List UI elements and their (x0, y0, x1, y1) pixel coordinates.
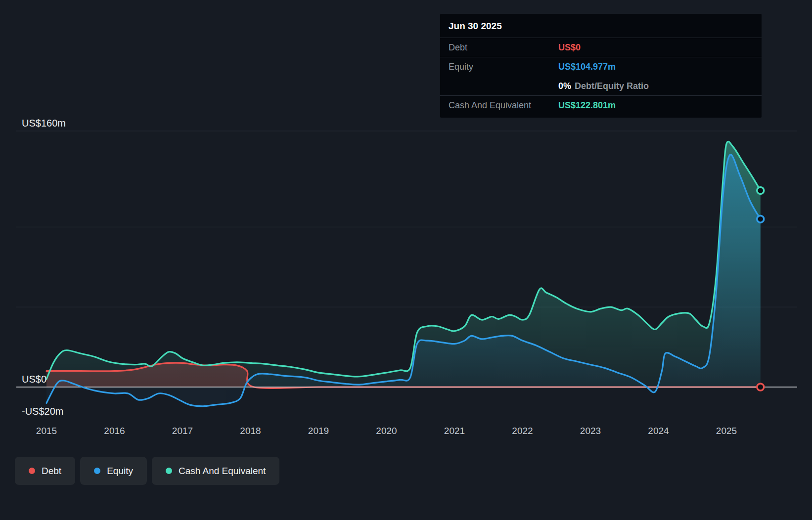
debt-swatch-icon (29, 468, 35, 474)
equity-swatch-icon (94, 468, 100, 474)
tooltip-cash-value: US$122.801m (558, 99, 753, 111)
cash-and-equivalent-end-marker[interactable] (757, 187, 764, 194)
cash-and-equivalent-area (46, 141, 761, 387)
tooltip-row-ratio: 0%Debt/Equity Ratio (440, 77, 762, 95)
x-axis-label: 2023 (580, 426, 601, 436)
legend-item-cash[interactable]: Cash And Equivalent (152, 457, 279, 485)
tooltip-cash-label: Cash And Equivalent (449, 99, 558, 111)
x-axis-label: 2022 (512, 426, 533, 436)
tooltip-row-cash: Cash And Equivalent US$122.801m (440, 95, 762, 115)
tooltip-equity-value: US$104.977m (558, 61, 753, 73)
tooltip: Jun 30 2025 Debt US$0 Equity US$104.977m… (440, 14, 762, 118)
legend-item-debt[interactable]: Debt (15, 457, 75, 485)
x-axis-label: 2020 (376, 426, 397, 436)
tooltip-row-equity: Equity US$104.977m (440, 57, 762, 76)
x-axis-label: 2021 (444, 426, 465, 436)
cash-swatch-icon (166, 468, 172, 474)
y-axis-label: US$160m (22, 118, 66, 129)
x-axis-label: 2018 (240, 426, 261, 436)
legend-equity-label: Equity (107, 466, 133, 477)
equity-end-marker[interactable] (757, 216, 764, 222)
x-axis-label: 2016 (104, 426, 125, 436)
legend-cash-label: Cash And Equivalent (179, 466, 266, 477)
legend-item-equity[interactable]: Equity (80, 457, 147, 485)
y-axis-label: US$0 (22, 374, 46, 385)
tooltip-equity-label: Equity (449, 61, 558, 73)
tooltip-date: Jun 30 2025 (440, 14, 762, 38)
debt-end-marker[interactable] (757, 384, 764, 390)
tooltip-debt-value: US$0 (558, 42, 753, 53)
tooltip-ratio-label: Debt/Equity Ratio (575, 81, 649, 91)
x-axis-label: 2024 (648, 426, 669, 436)
tooltip-ratio: 0%Debt/Equity Ratio (558, 80, 753, 92)
tooltip-debt-label: Debt (449, 42, 558, 53)
x-axis-label: 2025 (716, 426, 737, 436)
x-axis-label: 2019 (308, 426, 329, 436)
x-axis-label: 2015 (36, 426, 57, 436)
tooltip-ratio-value: 0% (558, 81, 571, 91)
x-axis-label: 2017 (172, 426, 193, 436)
tooltip-row-debt: Debt US$0 (440, 38, 762, 57)
y-axis-label: -US$20m (22, 406, 63, 417)
legend: Debt Equity Cash And Equivalent (15, 457, 279, 485)
legend-debt-label: Debt (42, 466, 61, 477)
